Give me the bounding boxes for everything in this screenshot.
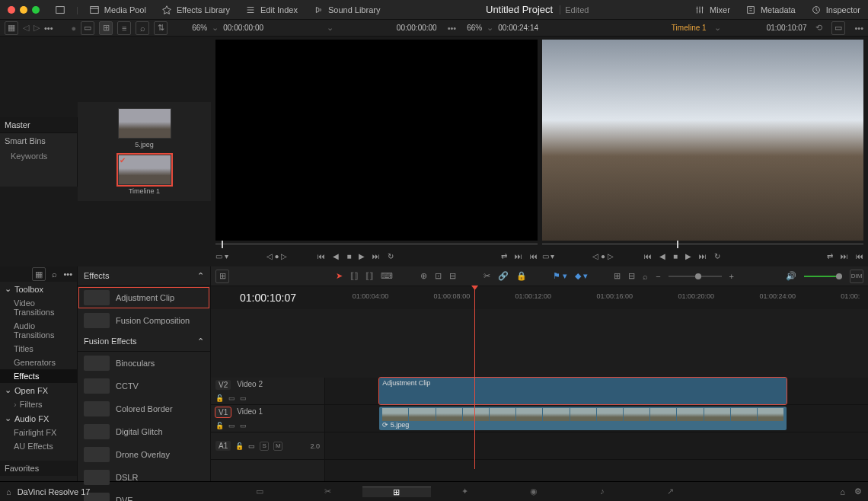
loop-icon[interactable]: ↻: [388, 252, 394, 260]
out-icon[interactable]: ⏮: [856, 252, 863, 260]
tree-item[interactable]: Video Transitions: [0, 296, 77, 319]
source-scrubber[interactable]: [215, 241, 538, 248]
tree-item[interactable]: ›Filters: [0, 397, 77, 411]
first-frame-icon[interactable]: ⏮: [644, 252, 652, 260]
tree-item[interactable]: Effects: [0, 369, 77, 383]
match-frame-icon[interactable]: ⇄: [827, 252, 833, 260]
settings-icon[interactable]: ⚙: [854, 487, 862, 496]
list2-icon[interactable]: ≡: [117, 21, 131, 35]
effect-item[interactable]: Fusion Composition: [78, 309, 210, 332]
tree-item[interactable]: Fairlight FX: [0, 426, 77, 439]
audio-icon[interactable]: 🔊: [786, 271, 796, 281]
clip-video[interactable]: ⟳ 5.jpeg: [379, 407, 787, 430]
tab-fairlight[interactable]: ♪: [568, 487, 637, 497]
zoom-slider[interactable]: [669, 276, 722, 277]
sound-library-button[interactable]: Sound Library: [308, 2, 385, 18]
zoom-out-icon[interactable]: ⊟: [628, 271, 635, 281]
lock-icon[interactable]: 🔓: [235, 442, 244, 450]
mute-icon[interactable]: ▭: [240, 394, 247, 402]
tab-cut[interactable]: ✂: [294, 487, 362, 497]
effect-item[interactable]: Binoculars: [78, 352, 210, 375]
nav-prev-icon[interactable]: ◁: [23, 23, 29, 33]
tree-item[interactable]: Titles: [0, 342, 77, 356]
track-header-v2[interactable]: V2Video 2 🔓▭▭: [211, 378, 324, 405]
program-scrubber[interactable]: [542, 241, 864, 248]
box-icon[interactable]: ▭: [248, 442, 255, 450]
clip-adjustment[interactable]: Adjustment Clip: [379, 378, 787, 404]
zoom-fit-icon[interactable]: ⌕: [643, 272, 648, 281]
tab-media[interactable]: ▭: [225, 487, 294, 497]
collapse-icon[interactable]: ⌃: [197, 337, 204, 346]
search-icon[interactable]: ⌕: [52, 270, 57, 279]
flag-icon[interactable]: ⚑ ▾: [553, 271, 567, 281]
tab-fusion[interactable]: ✦: [431, 487, 499, 497]
inspector-button[interactable]: Inspector: [806, 2, 865, 18]
snap-icon[interactable]: ⊞: [614, 271, 621, 281]
more-icon[interactable]: •••: [44, 24, 53, 33]
replace-icon[interactable]: ⊟: [449, 271, 456, 281]
project-icon[interactable]: ⌂: [840, 487, 845, 496]
play-icon[interactable]: ▶: [685, 252, 691, 260]
insert-icon[interactable]: ⊕: [420, 271, 427, 281]
effect-item[interactable]: Colored Border: [78, 397, 210, 420]
loop-icon[interactable]: ↻: [714, 252, 720, 260]
overwrite-icon[interactable]: ⊡: [435, 271, 442, 281]
viewer-mode-icon[interactable]: ▭ ▾: [542, 252, 555, 260]
media-pool-button[interactable]: Media Pool: [85, 2, 151, 18]
blade-tool-icon[interactable]: ⟦⟧: [365, 271, 373, 281]
tab-edit[interactable]: ⊞: [362, 487, 431, 497]
lock-icon[interactable]: 🔒: [516, 271, 527, 281]
tab-deliver[interactable]: ↗: [637, 487, 705, 497]
favorites-header[interactable]: Favorites: [0, 461, 77, 476]
master-bin[interactable]: Master: [0, 117, 77, 132]
sort-icon[interactable]: ⇅: [154, 21, 168, 35]
first-frame-icon[interactable]: ⏮: [318, 252, 325, 260]
timeline-tracks[interactable]: Adjustment Clip ⟳ 5.jpeg: [325, 378, 868, 481]
record-icon[interactable]: ●: [72, 24, 77, 33]
tree-item[interactable]: Audio Transitions: [0, 319, 77, 342]
timeline-ruler[interactable]: 01:00:04:00 01:00:08:00 01:00:12:00 01:0…: [325, 286, 868, 309]
link-icon[interactable]: 🔗: [498, 271, 509, 281]
more-icon[interactable]: •••: [63, 270, 72, 279]
metadata-button[interactable]: Metadata: [741, 2, 800, 18]
effect-item[interactable]: CCTV: [78, 375, 210, 397]
keyboard-icon[interactable]: ⌨: [381, 271, 393, 281]
zoom-right[interactable]: 66%: [467, 24, 482, 32]
arrow-tool-icon[interactable]: ➤: [336, 271, 343, 281]
match-frame-icon[interactable]: ⇄: [501, 252, 507, 260]
effect-item[interactable]: Digital Glitch: [78, 420, 210, 443]
eye-icon[interactable]: ▭: [228, 422, 235, 429]
prev-mark-icon[interactable]: ◁ ● ▷: [592, 252, 614, 260]
play-icon[interactable]: ▶: [359, 252, 365, 260]
more-icon[interactable]: •••: [854, 24, 863, 33]
window-controls[interactable]: [8, 6, 40, 14]
collapse-icon[interactable]: ⌃: [197, 271, 204, 281]
link-icon[interactable]: ⟲: [815, 23, 822, 33]
eye-icon[interactable]: ▭: [228, 394, 235, 402]
nav-next-icon[interactable]: ▷: [34, 23, 40, 33]
zoom-minus-icon[interactable]: −: [656, 272, 660, 281]
tree-item[interactable]: Generators: [0, 356, 77, 369]
zoom-left[interactable]: 66%: [192, 24, 207, 32]
trim-tool-icon[interactable]: ⟦⟧: [350, 271, 358, 281]
openfx-header[interactable]: ⌄Open FX: [0, 383, 77, 397]
last-frame-icon[interactable]: ⏭: [699, 252, 707, 260]
out-icon[interactable]: ⏮: [530, 252, 538, 260]
smart-bins-header[interactable]: Smart Bins: [0, 132, 77, 148]
in-icon[interactable]: ⏭: [841, 252, 848, 260]
mixer-button[interactable]: Mixer: [690, 2, 735, 18]
list-icon[interactable]: ▭: [81, 21, 94, 35]
program-viewer-image[interactable]: [542, 40, 864, 241]
track-header-v1[interactable]: V1Video 1 🔓▭▭: [211, 405, 324, 432]
mute-button[interactable]: M: [273, 442, 282, 451]
effect-item[interactable]: DSLR: [78, 466, 210, 489]
prev-frame-icon[interactable]: ◀: [333, 252, 339, 260]
lock-icon[interactable]: 🔓: [215, 422, 224, 429]
playhead[interactable]: [474, 286, 475, 469]
prev-mark-icon[interactable]: ◁ ● ▷: [266, 252, 288, 260]
volume-slider[interactable]: [804, 276, 842, 277]
viewer-mode-icon[interactable]: ▭ ▾: [215, 252, 228, 260]
track-header-a1[interactable]: A1 🔓 ▭ S M 2.0: [211, 432, 324, 460]
edit-index-button[interactable]: Edit Index: [241, 2, 302, 18]
prev-frame-icon[interactable]: ◀: [659, 252, 665, 260]
